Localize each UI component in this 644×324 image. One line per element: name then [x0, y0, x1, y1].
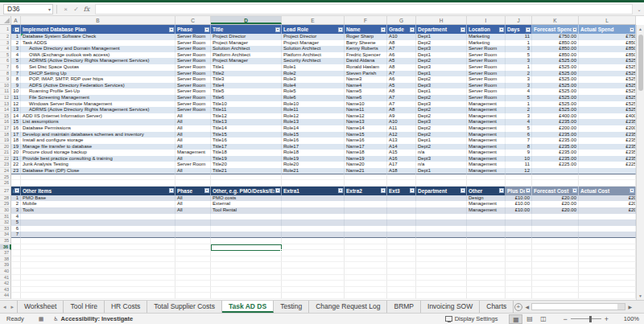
cell[interactable]: Name16 — [345, 137, 387, 144]
cell[interactable]: Roger Sharp — [345, 34, 387, 40]
cell[interactable]: Role17 — [282, 144, 345, 150]
cell[interactable]: £200.00 — [532, 125, 579, 132]
cell[interactable] — [345, 232, 387, 238]
name-box[interactable]: D36 ▾ — [3, 4, 53, 14]
cell[interactable]: 11 — [506, 34, 532, 40]
cell[interactable]: Server Room — [175, 101, 211, 108]
cell[interactable]: £235.00 — [532, 119, 579, 125]
cell[interactable] — [506, 269, 532, 275]
column-header-j[interactable]: J — [506, 16, 532, 24]
cell[interactable] — [579, 293, 636, 299]
cell[interactable]: 22 — [11, 162, 21, 168]
cell[interactable] — [21, 262, 175, 269]
cell[interactable]: £525.00 — [532, 88, 579, 95]
cell[interactable]: Design — [467, 195, 506, 202]
cell[interactable]: Server Room — [175, 64, 211, 71]
cell[interactable]: Role11 — [282, 107, 345, 113]
cell[interactable] — [211, 269, 282, 275]
cell[interactable]: Title15 — [211, 132, 282, 138]
cell[interactable] — [175, 219, 211, 226]
cell[interactable] — [579, 244, 636, 251]
row-header-41[interactable]: 41 — [0, 275, 11, 281]
cell[interactable] — [211, 238, 282, 244]
cell[interactable]: Title18 — [211, 150, 282, 156]
cell[interactable]: £850.00 — [579, 52, 636, 59]
cell[interactable] — [11, 180, 21, 187]
cell[interactable] — [579, 180, 636, 187]
cell[interactable]: Role18 — [282, 150, 345, 156]
cell[interactable]: £525.00 — [532, 71, 579, 77]
cell[interactable]: 7 — [11, 232, 21, 238]
row-header-17[interactable]: 17 — [0, 125, 11, 132]
cell[interactable]: A5 — [387, 58, 416, 64]
cell[interactable] — [175, 269, 211, 275]
cell[interactable] — [211, 180, 282, 187]
cell[interactable]: 3 — [506, 46, 532, 52]
cell[interactable] — [532, 180, 579, 187]
row-header-12[interactable]: 12 — [0, 95, 11, 101]
tab-worksheet[interactable]: Worksheet — [17, 301, 64, 313]
cell[interactable]: A7 — [387, 101, 416, 108]
cell[interactable] — [532, 275, 579, 281]
filter-dropdown-icon[interactable]: ▾ — [169, 27, 174, 32]
cell[interactable]: Name4 — [345, 83, 387, 89]
cell[interactable]: OWA (Exchange outlook web access) — [21, 52, 175, 59]
cell[interactable] — [532, 287, 579, 293]
column-header-cell[interactable]: Phase▾ — [175, 187, 211, 195]
cell[interactable] — [467, 250, 506, 256]
cell[interactable] — [211, 281, 282, 287]
cell[interactable] — [345, 180, 387, 187]
cell[interactable]: 3 — [506, 83, 532, 89]
cell[interactable]: £850.00 — [532, 46, 579, 52]
column-header-cell[interactable]: Department▾ — [416, 25, 467, 34]
cell[interactable]: Dept2 — [416, 58, 467, 64]
cell[interactable] — [416, 293, 467, 299]
cell[interactable]: ADRMS (Active Directory Rights Managemen… — [21, 58, 175, 64]
formula-input[interactable] — [95, 4, 633, 14]
cell[interactable]: A10 — [387, 119, 416, 125]
row-header-42[interactable]: 42 — [0, 281, 11, 287]
cell[interactable] — [579, 269, 636, 275]
cell[interactable] — [345, 293, 387, 299]
scroll-down-icon[interactable]: ▼ — [637, 292, 644, 300]
vertical-scrollbar-thumb[interactable] — [638, 35, 643, 91]
cell[interactable] — [21, 226, 175, 232]
cell[interactable]: Dept3 — [416, 83, 467, 89]
cell[interactable]: £750.00 — [579, 34, 636, 40]
cell[interactable]: 7 — [11, 71, 21, 77]
cell[interactable]: Name17 — [345, 144, 387, 150]
cell[interactable]: Server Room — [175, 107, 211, 113]
cell[interactable]: Title4 — [211, 83, 282, 89]
tab-testing[interactable]: Testing — [274, 301, 309, 313]
row-header-24[interactable]: 24 — [0, 168, 11, 174]
cell[interactable]: A8 — [387, 40, 416, 47]
cell[interactable] — [387, 180, 416, 187]
row-header-11[interactable]: 11 — [0, 88, 11, 95]
page-layout-view-icon[interactable]: ▤ — [522, 314, 536, 324]
cell[interactable]: 20 — [11, 150, 21, 156]
cell[interactable]: Server Room — [175, 52, 211, 59]
cell[interactable]: £525.00 — [532, 76, 579, 83]
cell[interactable] — [282, 293, 345, 299]
cell[interactable] — [11, 238, 21, 244]
column-header-cell[interactable]: Implement Database Plan▾ — [21, 25, 175, 34]
cell[interactable]: A16 — [387, 156, 416, 162]
cell[interactable]: External — [211, 201, 282, 207]
cell[interactable]: Management — [467, 201, 506, 207]
cell[interactable]: 1 — [11, 34, 21, 40]
cell[interactable]: A9 — [387, 113, 416, 120]
cell[interactable] — [579, 250, 636, 256]
cell[interactable]: £525.00 — [579, 101, 636, 108]
cell[interactable]: Role4 — [282, 83, 345, 89]
row-header-7[interactable]: 7 — [0, 64, 11, 71]
cell[interactable] — [579, 281, 636, 287]
cell[interactable]: Dept3 — [416, 46, 467, 52]
cell[interactable] — [345, 174, 387, 181]
cell[interactable]: Title2 — [211, 71, 282, 77]
cell[interactable]: Title3 — [211, 76, 282, 83]
cell[interactable]: £200.00 — [579, 125, 636, 132]
row-header-33[interactable]: 33 — [0, 226, 11, 232]
cell[interactable]: Management — [467, 107, 506, 113]
zoom-slider-thumb[interactable] — [589, 316, 592, 322]
cell[interactable] — [579, 214, 636, 220]
